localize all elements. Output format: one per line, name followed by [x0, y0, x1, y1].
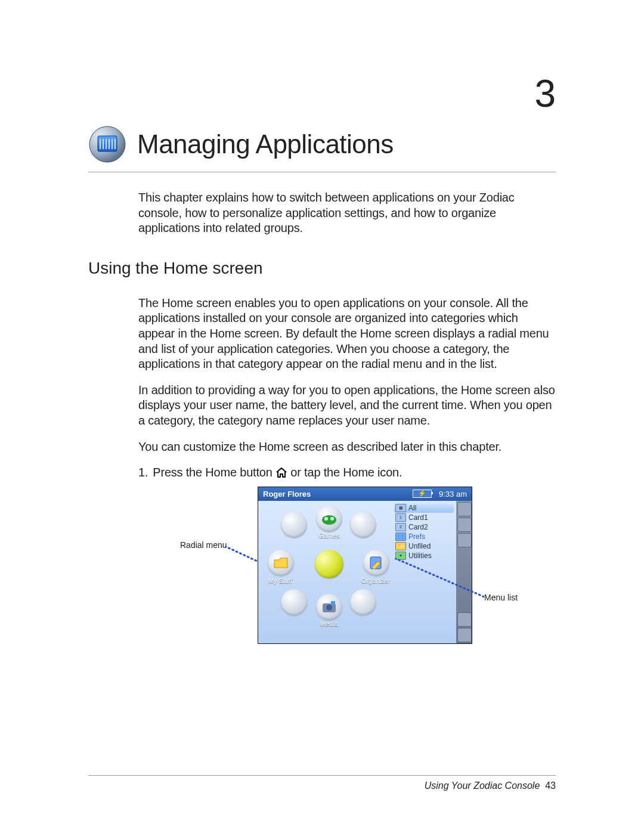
- list-label: Unfiled: [408, 542, 431, 550]
- camera-icon: [321, 600, 337, 614]
- svg-point-14: [326, 605, 332, 611]
- footer-book-title: Using Your Zodiac Console: [425, 781, 540, 791]
- sidebar-icon: [457, 612, 472, 627]
- note-icon: [369, 555, 384, 571]
- svg-point-9: [322, 515, 336, 525]
- menu-list: ▦All 1Card1 2Card2 ⋮⋮Prefs 📁Unfiled ✦Uti…: [392, 501, 456, 643]
- figure: Radial menu Roger Flores ⚡ 9:33 am: [138, 487, 556, 654]
- list-item-all: ▦All: [394, 503, 454, 513]
- radial-empty-node: [350, 589, 376, 615]
- folder-icon: [273, 556, 289, 569]
- list-label: Utilities: [408, 552, 432, 560]
- list-item-utilities: ✦Utilities: [394, 551, 454, 561]
- radial-node-media: [316, 594, 342, 620]
- list-label: All: [408, 504, 416, 512]
- svg-point-10: [324, 517, 328, 521]
- radial-label-mystuff: My Stuff: [259, 577, 301, 584]
- page: 3: [0, 0, 644, 833]
- home-icon: [275, 467, 287, 478]
- list-label: Prefs: [408, 532, 425, 541]
- radial-label-organizer: Organizer: [355, 577, 397, 584]
- list-label: Card1: [408, 513, 428, 522]
- radial-center-node: [315, 550, 343, 578]
- list-item-card2: 2Card2: [394, 522, 454, 532]
- sidebar-home-icon: [457, 502, 472, 516]
- step-1: 1. Press the Home button or tap the Home…: [138, 465, 556, 481]
- list-item-card1: 1Card1: [394, 513, 454, 522]
- footer-page-number: 43: [545, 781, 556, 791]
- paragraph: The Home screen enables you to open appl…: [138, 296, 556, 372]
- chapter-header: Managing Applications: [88, 125, 556, 172]
- list-item-prefs: ⋮⋮Prefs: [394, 532, 454, 541]
- chapter-title: Managing Applications: [137, 129, 394, 159]
- page-footer: Using Your Zodiac Console 43: [88, 775, 556, 791]
- section-heading: Using the Home screen: [88, 259, 556, 278]
- intro-paragraph: This chapter explains how to switch betw…: [88, 190, 556, 236]
- screenshot-titlebar: Roger Flores ⚡ 9:33 am: [258, 487, 472, 501]
- step-number: 1.: [138, 465, 148, 481]
- radial-empty-node: [350, 512, 376, 538]
- screenshot-username: Roger Flores: [263, 490, 311, 498]
- sidebar-icon: [457, 533, 472, 547]
- radial-node-games: [316, 506, 342, 532]
- step-text: Press the Home button or tap the Home ic…: [153, 465, 402, 481]
- gamepad-icon: [321, 510, 338, 527]
- screenshot-sidebar: [456, 501, 472, 643]
- list-label: Card2: [408, 523, 428, 531]
- radial-menu: Games My Stuff Organizer Media: [258, 501, 392, 643]
- home-screenshot: Roger Flores ⚡ 9:33 am: [258, 487, 472, 644]
- sidebar-icon: [457, 628, 472, 642]
- svg-point-11: [330, 517, 334, 521]
- paragraph: In addition to providing a way for you t…: [138, 383, 556, 429]
- step-text-after: or tap the Home icon.: [290, 466, 402, 479]
- paragraph: You can customize the Home screen as des…: [138, 439, 556, 455]
- figure-label-menulist: Menu list: [484, 593, 518, 602]
- radial-empty-node: [281, 589, 307, 615]
- radial-empty-node: [281, 512, 307, 538]
- radial-node-mystuff: [268, 550, 294, 576]
- list-item-unfiled: 📁Unfiled: [394, 541, 454, 551]
- sidebar-icon: [457, 518, 472, 532]
- radial-label-games: Games: [308, 532, 350, 539]
- applications-icon: [88, 125, 126, 163]
- chapter-number: 3: [534, 72, 556, 116]
- radial-label-media: Media: [308, 620, 350, 627]
- svg-rect-15: [331, 601, 335, 605]
- battery-icon: ⚡: [413, 490, 432, 498]
- figure-label-radial: Radial menu: [180, 540, 227, 550]
- screenshot-time: 9:33 am: [439, 490, 467, 498]
- step-text-before: Press the Home button: [153, 466, 275, 479]
- radial-node-organizer: [363, 550, 389, 576]
